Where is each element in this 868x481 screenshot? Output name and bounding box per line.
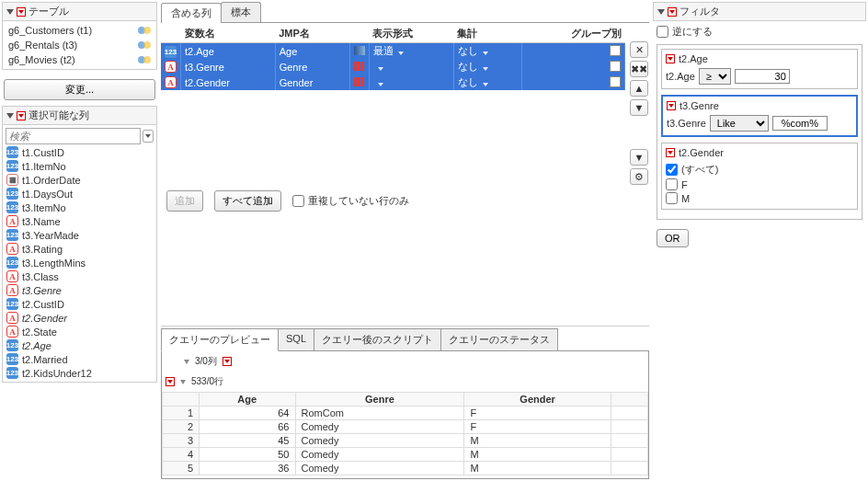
cell-varname: t2.Age [181, 43, 276, 60]
preview-header-genre[interactable]: Genre [295, 393, 464, 407]
char-type-icon: A [6, 312, 18, 324]
red-menu-icon[interactable] [666, 54, 675, 63]
join-icon[interactable] [138, 56, 151, 63]
join-icon[interactable] [138, 41, 151, 49]
red-menu-icon[interactable] [666, 148, 675, 157]
cell-genre: Comedy [295, 448, 464, 462]
column-item[interactable]: 123t3.ItemNo [5, 200, 154, 214]
red-menu-icon[interactable] [668, 7, 677, 17]
tab-query-preview[interactable]: クエリーのプレビュー [161, 328, 279, 351]
red-menu-icon[interactable] [223, 357, 232, 366]
distinct-checkbox[interactable] [292, 195, 304, 207]
column-item[interactable]: 123t2.KidsUnder12 [5, 366, 154, 380]
cell-jmpname[interactable]: Gender [275, 74, 349, 90]
red-menu-icon[interactable] [667, 101, 676, 110]
preview-row[interactable]: 266ComedyF [163, 420, 648, 434]
tab-sample[interactable]: 標本 [221, 2, 261, 22]
column-label: t1.OrderDate [22, 175, 81, 186]
column-item[interactable]: At3.Genre [5, 283, 154, 297]
disclosure-icon [6, 9, 14, 15]
column-item[interactable]: ▦t1.OrderDate [5, 173, 154, 187]
column-item[interactable]: 123t2.CustID [5, 297, 154, 311]
filter-header[interactable]: フィルタ [653, 2, 866, 21]
filter-title: フィルタ [680, 5, 720, 18]
swap-button[interactable]: ✖✖ [630, 61, 648, 77]
preview-row[interactable]: 536ComedyM [163, 462, 648, 475]
move-up-button[interactable]: ▲ [630, 80, 648, 97]
include-row[interactable]: At2.GenderGenderなし [161, 74, 625, 90]
include-row[interactable]: 123t2.AgeAge最適なし [161, 43, 625, 60]
red-menu-icon[interactable] [17, 7, 26, 17]
column-item[interactable]: 123t1.ItemNo [5, 159, 154, 173]
groupby-checkbox[interactable] [610, 61, 621, 72]
numeric-type-icon: 123 [6, 339, 18, 351]
column-label: t3.Name [22, 216, 61, 227]
cols-disclosure-icon[interactable] [184, 360, 189, 364]
column-item[interactable]: At3.Rating [5, 242, 154, 256]
numeric-type-icon: 123 [6, 298, 18, 310]
tab-sql[interactable]: SQL [278, 328, 314, 351]
add-all-button[interactable]: すべて追加 [214, 190, 281, 212]
invert-checkbox[interactable] [657, 26, 668, 38]
preview-row[interactable]: 345ComedyM [163, 434, 648, 448]
filter-genre-op-select[interactable]: Like [710, 115, 769, 132]
filter-gender-option[interactable]: F [666, 178, 853, 191]
red-menu-icon[interactable] [166, 377, 175, 386]
add-button[interactable]: 追加 [166, 190, 203, 212]
distinct-checkbox-label[interactable]: 重複していない行のみ [292, 194, 409, 208]
preview-header-gender[interactable]: Gender [464, 393, 611, 407]
rows-disclosure-icon[interactable] [180, 380, 186, 384]
column-item[interactable]: At2.State [5, 325, 154, 338]
tab-query-status[interactable]: クエリーのステータス [440, 328, 558, 351]
search-options-icon[interactable] [143, 130, 154, 143]
preview-row[interactable]: 164RomComF [163, 407, 648, 420]
remove-button[interactable]: ✕ [630, 41, 648, 58]
column-item[interactable]: 123t1.DaysOut [5, 187, 154, 200]
filter-genre-value-input[interactable] [772, 116, 828, 131]
cell-agg[interactable]: なし [453, 74, 521, 90]
or-button[interactable]: OR [657, 229, 689, 247]
groupby-checkbox[interactable] [610, 76, 621, 87]
include-row[interactable]: At3.GenreGenreなし [161, 59, 625, 74]
column-item[interactable]: 123t2.Married [5, 352, 154, 366]
cell-format[interactable]: 最適 [369, 43, 453, 60]
invert-checkbox-label[interactable]: 逆にする [657, 25, 862, 39]
column-item[interactable]: 123t2.Age [5, 338, 154, 352]
cell-agg[interactable]: なし [453, 59, 521, 74]
column-item[interactable]: At3.Name [5, 214, 154, 228]
filter-gender-all[interactable]: (すべて) [666, 162, 853, 178]
cell-jmpname[interactable]: Age [275, 43, 349, 60]
filter-age-value-input[interactable] [735, 69, 790, 84]
table-row[interactable]: g6_Movies (t2) [5, 52, 154, 67]
properties-button[interactable]: ⚙ [630, 168, 648, 185]
cell-format[interactable] [369, 74, 453, 90]
preview-row[interactable]: 450ComedyM [163, 448, 648, 462]
column-item[interactable]: 123t3.YearMade [5, 228, 154, 242]
columns-header[interactable]: 選択可能な列 [2, 106, 157, 125]
column-item[interactable]: 123t3.LengthMins [5, 256, 154, 269]
tab-postscript[interactable]: クエリー後のスクリプト [314, 328, 441, 351]
column-item[interactable]: 123t1.CustID [5, 145, 154, 159]
red-menu-icon[interactable] [17, 111, 26, 120]
filter-age-op-select[interactable]: ≥ [699, 68, 731, 85]
change-tables-button[interactable]: 変更... [4, 79, 155, 100]
cell-jmpname[interactable]: Genre [275, 59, 349, 74]
filter-gender-option[interactable]: M [666, 191, 853, 205]
groupby-checkbox[interactable] [610, 45, 621, 56]
table-row[interactable]: g6_Rentals (t3) [5, 38, 154, 52]
filter-button[interactable]: ▼ [630, 149, 648, 166]
table-row[interactable]: g6_Customers (t1) [5, 23, 154, 38]
move-down-button[interactable]: ▼ [630, 99, 648, 116]
column-search-input[interactable] [6, 128, 141, 144]
join-icon[interactable] [138, 27, 151, 34]
column-item[interactable]: At3.Class [5, 269, 154, 283]
column-item[interactable]: At2.Gender [5, 311, 154, 325]
filter-box-genre: t3.Genre t3.Genre Like [661, 95, 858, 137]
left-panel: テーブル g6_Customers (t1) g6_Rentals (t3) g… [0, 0, 159, 481]
tables-header[interactable]: テーブル [2, 2, 157, 21]
preview-header-age[interactable]: Age [200, 393, 296, 407]
tab-include-columns[interactable]: 含める列 [161, 3, 222, 23]
cell-format[interactable] [369, 59, 453, 74]
cell-agg[interactable]: なし [453, 43, 521, 60]
header-jmpname: JMP名 [275, 25, 349, 43]
